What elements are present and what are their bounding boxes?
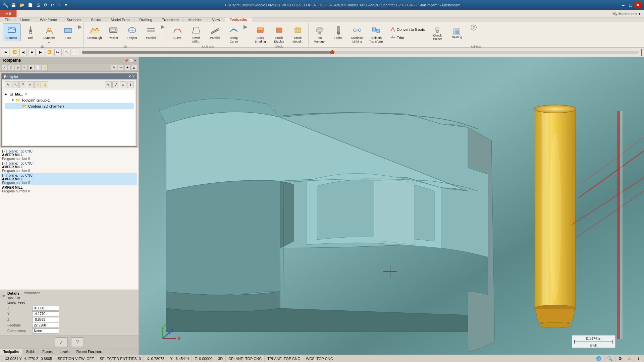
pb-path-toggle[interactable]: 〰	[72, 49, 79, 56]
status-error-icon[interactable]: ⚠	[625, 355, 635, 362]
tp-btn-unselect-all[interactable]: ✗	[8, 65, 14, 71]
ribbon-btn-convert-5axis[interactable]: Convert to 5-axis	[388, 26, 426, 33]
ribbon-btn-project[interactable]: Project	[123, 23, 141, 41]
ribbon-btn-stock-display[interactable]: StockDisplay	[270, 23, 288, 45]
ribbon-btn-contour[interactable]: Contour	[3, 23, 21, 41]
pb-stop[interactable]: ■	[28, 49, 36, 56]
bp-btn-5[interactable]: ⚡	[34, 81, 41, 88]
tree-group1-row[interactable]: ▼ 📁 Toolpath Group-1	[5, 97, 134, 103]
ribbon-btn-tool-manager[interactable]: ToolManager	[311, 23, 329, 45]
ribbon-btn-along-curve[interactable]: Along Curve	[225, 23, 243, 45]
pb-go-start[interactable]: ⏮	[2, 49, 9, 56]
tp-btn-toolpath[interactable]: 🔧	[21, 65, 28, 71]
y-input[interactable]	[32, 311, 59, 316]
status-info-icon[interactable]: ℹ	[635, 355, 642, 362]
ribbon-btn-parallel[interactable]: Parallel	[142, 23, 160, 41]
ribbon-btn-nesting[interactable]: Nesting	[448, 27, 466, 40]
ribbon-btn-drill[interactable]: Drill	[21, 23, 40, 41]
bp-btn-info[interactable]: ℹ	[127, 81, 134, 88]
ribbon-btn-face[interactable]: Face	[59, 23, 77, 41]
minimize-button[interactable]: –	[620, 2, 627, 8]
x-input[interactable]	[32, 306, 59, 311]
pb-next-fast[interactable]: ⏩	[46, 49, 53, 56]
quick-access-save[interactable]: 💾	[10, 3, 17, 7]
tab-toolpaths[interactable]: Toolpaths	[0, 349, 23, 355]
ribbon-btn-optirough[interactable]: OptiRough	[86, 23, 104, 41]
ribbon-btn-toolpath-transform[interactable]: ToolpathTransform	[367, 23, 385, 45]
bp-btn-2[interactable]: 🔧	[12, 81, 19, 88]
status-zoom-icon[interactable]: 🔍	[604, 355, 615, 362]
z-input[interactable]	[32, 317, 59, 322]
tab-model-prep[interactable]: Model Prep	[106, 17, 135, 22]
pb-play[interactable]: ▶	[37, 49, 44, 56]
tab-surfaces[interactable]: Surfaces	[62, 17, 86, 22]
tab-drafting[interactable]: Drafting	[135, 17, 157, 22]
feedrate-input[interactable]	[32, 323, 59, 328]
quick-access-dropdown[interactable]: ▼	[63, 3, 69, 7]
ribbon-btn-trim[interactable]: Trim	[388, 34, 426, 41]
pb-go-end[interactable]: ⏭	[54, 49, 62, 56]
quick-access-print[interactable]: 🖨	[36, 3, 41, 7]
ribbon-btn-check-holder[interactable]: CheckHolder	[428, 25, 446, 42]
ribbon-btn-parallel2[interactable]: Parallel	[206, 23, 224, 41]
tp-btn-sim[interactable]: ▶	[28, 65, 34, 71]
pb-prev[interactable]: ◀	[19, 49, 27, 56]
ribbon-btn-multiaxis-linking[interactable]: MultiaxisLinking	[348, 23, 366, 45]
my-mastercam[interactable]: My Mastercam ▼	[610, 10, 644, 17]
tp-btn-undo[interactable]: ↩	[118, 65, 124, 71]
tab-file[interactable]: File	[0, 17, 16, 22]
tp-btn-regen[interactable]: ↻	[15, 65, 21, 71]
viewport[interactable]: X Y Z 0.1176 in Inch	[139, 57, 644, 355]
bp-btn-1[interactable]: ✎	[5, 81, 11, 88]
tab-levels[interactable]: Levels	[56, 349, 73, 355]
details-collapse-btn[interactable]: ●	[2, 293, 5, 299]
quick-access-save2[interactable]: 📄	[27, 3, 34, 7]
status-globe-icon[interactable]: 🌐	[593, 355, 604, 362]
tab-transform[interactable]: Transform	[157, 17, 184, 22]
mill-tab[interactable]: Mill	[0, 10, 17, 17]
tab-solids[interactable]: Solids	[86, 17, 106, 22]
quick-access-undo[interactable]: ↩	[50, 3, 55, 7]
tp-btn-grid[interactable]: ⊞	[131, 65, 137, 71]
tab-solids[interactable]: Solids	[23, 349, 39, 355]
ribbon-btn-curve[interactable]: Curve	[168, 23, 186, 41]
tab-view[interactable]: View	[207, 17, 225, 22]
quick-access-settings[interactable]: ⚙	[43, 3, 48, 7]
backplot-close-btn[interactable]: ✕	[128, 74, 131, 79]
close-button[interactable]: ✕	[635, 2, 641, 8]
bp-btn-slash[interactable]: ╱	[112, 81, 119, 88]
bp-btn-edit[interactable]: ✎	[105, 81, 112, 88]
playback-slider[interactable]	[82, 51, 639, 54]
ribbon-btn-help[interactable]: ?	[469, 23, 479, 33]
ok-button[interactable]: ✓	[55, 337, 68, 347]
multiaxis-more-btn[interactable]: ▶	[244, 23, 248, 30]
pb-prev-fast[interactable]: ⏪	[11, 49, 18, 56]
ribbon-btn-stock-shading[interactable]: StockShading	[251, 23, 269, 45]
help-button[interactable]: ?	[71, 337, 84, 347]
cutter-comp-input[interactable]	[32, 328, 59, 334]
panel-close-btn[interactable]: ✕	[134, 59, 137, 62]
2d-more-btn[interactable]: ▶	[78, 23, 82, 30]
backplot-help-btn[interactable]: ?	[132, 74, 135, 79]
quick-access-open[interactable]: 📂	[19, 3, 25, 7]
tp-btn-post[interactable]: 📄	[35, 65, 41, 71]
tp-btn-select-all[interactable]: ✓	[1, 65, 7, 71]
bp-btn-4[interactable]: ✂	[27, 81, 34, 88]
tab-recent[interactable]: Recent Functions	[73, 349, 106, 355]
tp-btn-highfeed[interactable]: ⚡	[42, 65, 48, 71]
tab-toolpaths[interactable]: Toolpaths	[225, 17, 252, 22]
pb-tool-toggle[interactable]: 🔧	[63, 49, 70, 56]
tab-wireframe[interactable]: Wireframe	[35, 17, 62, 22]
bp-btn-6[interactable]: 💡	[42, 81, 48, 88]
tree-contour-row[interactable]: 📂 Contour (2D chamfer)	[5, 103, 134, 109]
ribbon-btn-dynamic[interactable]: Dynamic ...	[40, 23, 58, 45]
3d-more-btn[interactable]: ▶	[161, 23, 165, 30]
tab-machine[interactable]: Machine	[184, 17, 208, 22]
ribbon-btn-swarf[interactable]: Swarf Milli...	[187, 23, 205, 45]
tree-machine-row[interactable]: ▶ ☑ Ma... ⚙	[5, 91, 134, 97]
ribbon-btn-probe[interactable]: Probe	[329, 23, 347, 41]
tp-btn-edit[interactable]: ✎	[111, 65, 117, 71]
bp-btn-3[interactable]: 📍	[19, 81, 26, 88]
panel-float-btn[interactable]: ⬜	[129, 59, 133, 62]
ribbon-btn-stock-model[interactable]: StockModel...	[289, 23, 307, 45]
